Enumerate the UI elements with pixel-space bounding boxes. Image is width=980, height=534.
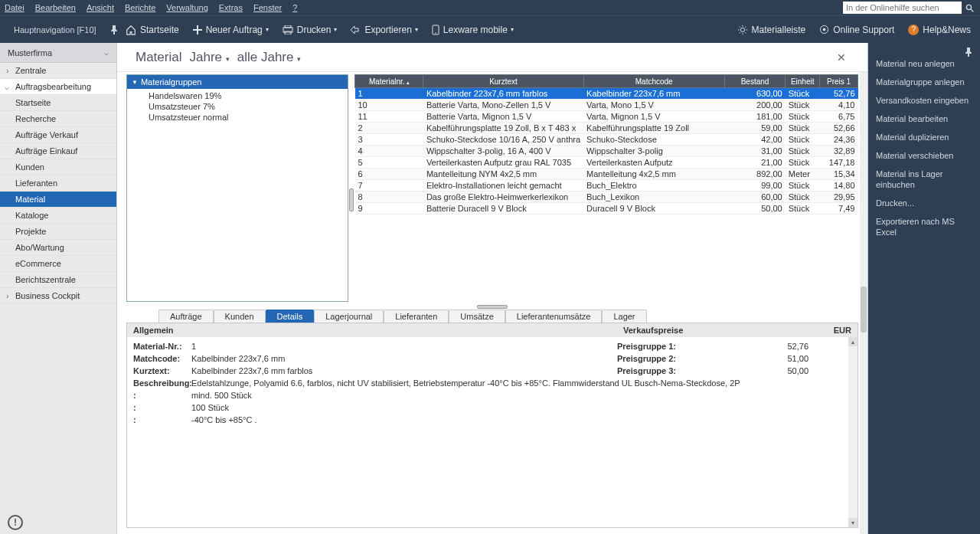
table-row[interactable]: 2Kabelführungsplatte 19 Zoll, B x T 483 … (355, 123, 858, 134)
help-search-input[interactable] (843, 2, 962, 14)
col-preis1[interactable]: Preis 1 (820, 75, 858, 88)
search-icon (965, 4, 974, 12)
tab-lagerjournal[interactable]: Lagerjournal (314, 310, 384, 323)
menubar: Datei Bearbeiten Ansicht Berichte Verwal… (0, 0, 980, 15)
menu-fenster[interactable]: Fenster (253, 3, 282, 12)
menu-bearbeiten[interactable]: Bearbeiten (35, 3, 76, 12)
menu-help[interactable]: ? (292, 3, 297, 12)
svg-point-6 (435, 32, 436, 34)
tree-item[interactable]: Handelswaren 19% (149, 90, 348, 101)
table-row[interactable]: 5Verteilerkasten Aufputz grau RAL 7035Ve… (355, 157, 858, 169)
years-value-dropdown[interactable]: alle Jahre ▾ (237, 50, 301, 65)
tree-root[interactable]: ▼ Materialgruppen (127, 75, 348, 89)
price2-value: 51,00 (701, 352, 808, 365)
table-row[interactable]: 10Batterie Varta, Mono-Zellen 1,5 VVarta… (355, 100, 858, 111)
tab-lieferanten[interactable]: Lieferanten (384, 310, 449, 323)
action-material-ins-lager-einbuchen[interactable]: Material ins Lager einbuchen (876, 169, 972, 190)
sidebar-item-ecommerce[interactable]: eCommerce (0, 256, 116, 272)
col-materialnr[interactable]: Materialnr. (355, 75, 423, 88)
action-materialgruppe-anlegen[interactable]: Materialgruppe anlegen (876, 77, 972, 87)
action-material-neu-anlegen[interactable]: Material neu anlegen (876, 58, 972, 69)
table-row[interactable]: 4Wippschalter 3-polig, 16 A, 400 VWippsc… (355, 146, 858, 157)
table-row[interactable]: 1Kabelbinder 223x7,6 mm farblosKabelbind… (355, 88, 858, 100)
detail-scrollbar[interactable]: ▴ ▾ (848, 337, 858, 527)
kurztext-label: Kurztext: (133, 365, 191, 377)
sidebar-item-kunden[interactable]: Kunden (0, 159, 116, 175)
sidebar-item-kataloge[interactable]: Kataloge (0, 208, 116, 224)
tab-umsätze[interactable]: Umsätze (449, 310, 505, 323)
center-scrollbar[interactable] (860, 72, 867, 534)
col-bestand[interactable]: Bestand (724, 75, 785, 88)
action-drucken-[interactable]: Drucken... (876, 198, 972, 208)
table-row[interactable]: 3Schuko-Steckdose 10/16 A, 250 V anthraS… (355, 134, 858, 146)
tab-kunden[interactable]: Kunden (214, 310, 266, 323)
menu-ansicht[interactable]: Ansicht (87, 3, 114, 12)
table-row[interactable]: 7Elektro-Installationen leicht gemachtBu… (355, 180, 858, 192)
table-row[interactable]: 11Batterie Varta, Mignon 1,5 VVarta, Mig… (355, 111, 858, 123)
splitter-handle-horizontal[interactable] (477, 305, 508, 309)
toolbar-export[interactable]: Exportieren▾ (351, 25, 417, 35)
home-icon (126, 25, 136, 35)
col-einheit[interactable]: Einheit (786, 75, 820, 88)
action-material-bearbeiten[interactable]: Material bearbeiten (876, 113, 972, 124)
help-search-button[interactable] (963, 2, 975, 14)
chevron-down-icon: ▾ (334, 26, 337, 33)
sidebar-item-lieferanten[interactable]: Lieferanten (0, 175, 116, 192)
sidebar-item-startseite[interactable]: Startseite (0, 95, 116, 111)
tree-item[interactable]: Umsatzsteuer 7% (149, 101, 348, 112)
sidebar-item-berichtszentrale[interactable]: Berichtszentrale (0, 272, 116, 288)
menu-datei[interactable]: Datei (5, 3, 24, 12)
sidebar-item-projekte[interactable]: Projekte (0, 224, 116, 240)
sidebar-item-auftragsbearbeitung[interactable]: Auftragsbearbeitung (0, 79, 116, 95)
tab-aufträge[interactable]: Aufträge (158, 310, 214, 323)
export-icon (351, 25, 361, 34)
pin-icon[interactable] (965, 48, 972, 57)
sidebar-item-auftr-ge-einkauf[interactable]: Aufträge Einkauf (0, 143, 116, 159)
svg-line-1 (970, 8, 972, 11)
action-material-verschieben[interactable]: Material verschieben (876, 150, 972, 161)
price2-label: Preisgruppe 2: (617, 352, 701, 365)
sidebar-item-material[interactable]: Material (0, 192, 116, 208)
menu-verwaltung[interactable]: Verwaltung (166, 3, 207, 12)
splitter-handle[interactable] (349, 188, 354, 211)
toolbar-lexware-mobile[interactable]: Lexware mobile▾ (432, 25, 514, 35)
years-label-dropdown[interactable]: Jahre ▾ (189, 50, 229, 65)
toolbar-print[interactable]: Drucken▾ (283, 25, 338, 35)
tab-details[interactable]: Details (266, 310, 315, 323)
action-material-duplizieren[interactable]: Material duplizieren (876, 132, 972, 143)
col-kurztext[interactable]: Kurztext (423, 75, 583, 88)
toolbar-help-news[interactable]: ? Help&News (908, 25, 971, 35)
alert-icon[interactable]: ! (8, 515, 23, 530)
triangle-down-icon: ▼ (132, 79, 138, 86)
action-versandkosten-eingeben[interactable]: Versandkosten eingeben (876, 95, 972, 106)
close-button[interactable]: ✕ (834, 48, 849, 67)
toolbar-new-order[interactable]: Neuer Auftrag▾ (193, 25, 269, 35)
toolbar-online-support[interactable]: Online Support (819, 25, 894, 35)
material-nr-label: Material-Nr.: (133, 340, 191, 352)
tree-item[interactable]: Umsatzsteuer normal (149, 112, 348, 123)
scroll-up-icon[interactable]: ▴ (848, 337, 858, 346)
table-row[interactable]: 9Batterie Duracell 9 V BlockDuracell 9 V… (355, 203, 858, 215)
scroll-down-icon[interactable]: ▾ (848, 518, 858, 527)
tab-lager[interactable]: Lager (602, 310, 646, 323)
sidebar-item-abo-wartung[interactable]: Abo/Wartung (0, 240, 116, 256)
price1-value: 52,76 (701, 340, 808, 352)
col-matchcode[interactable]: Matchcode (583, 75, 724, 88)
printer-icon (283, 25, 293, 34)
sidebar-item-auftr-ge-verkauf[interactable]: Aufträge Verkauf (0, 127, 116, 143)
table-row[interactable]: 6Mantelleitung NYM 4x2,5 mmMantelleitung… (355, 169, 858, 180)
sidebar-item-recherche[interactable]: Recherche (0, 111, 116, 127)
sidebar-item-zentrale[interactable]: Zentrale (0, 63, 116, 79)
action-exportieren-nach-ms-excel[interactable]: Exportieren nach MS Excel (876, 216, 972, 238)
sidebar-item-business-cockpit[interactable]: Business Cockpit (0, 288, 116, 304)
menu-extras[interactable]: Extras (219, 3, 243, 12)
toolbar-home[interactable]: Startseite (126, 25, 179, 35)
table-row[interactable]: 8Das große Elektro-HeimwerkerlexikonBuch… (355, 192, 858, 203)
toolbar-materialleiste[interactable]: Materialleiste (737, 25, 806, 35)
leftnav-company-selector[interactable]: Musterfirma ⌵ (0, 43, 116, 63)
pin-icon[interactable] (110, 25, 118, 34)
currency-label: EUR (834, 326, 851, 335)
detail-pane: Allgemein Verkaufspreise EUR Material-Nr… (126, 323, 858, 528)
tab-lieferantenumsätze[interactable]: Lieferantenumsätze (505, 310, 603, 323)
menu-berichte[interactable]: Berichte (125, 3, 155, 12)
